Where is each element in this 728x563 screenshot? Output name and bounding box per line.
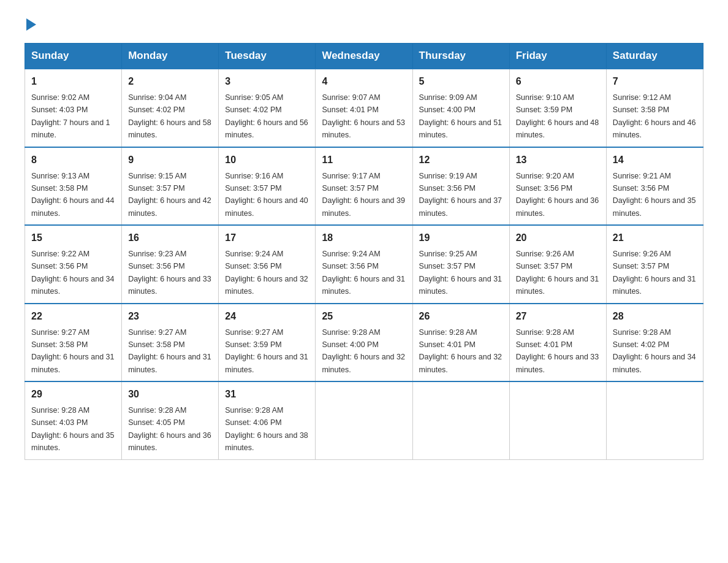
calendar-cell: 2Sunrise: 9:04 AMSunset: 4:02 PMDaylight… [122, 69, 219, 147]
calendar-cell: 5Sunrise: 9:09 AMSunset: 4:00 PMDaylight… [412, 69, 509, 147]
day-number: 1 [31, 74, 115, 89]
calendar-cell: 9Sunrise: 9:15 AMSunset: 3:57 PMDaylight… [122, 147, 219, 226]
day-info: Sunrise: 9:28 AMSunset: 4:03 PMDaylight:… [31, 406, 115, 452]
day-number: 29 [31, 387, 115, 402]
calendar-cell: 24Sunrise: 9:27 AMSunset: 3:59 PMDayligh… [219, 304, 316, 382]
day-number: 24 [225, 309, 309, 324]
day-info: Sunrise: 9:04 AMSunset: 4:02 PMDaylight:… [128, 93, 211, 139]
day-number: 8 [31, 153, 115, 167]
calendar-table: SundayMondayTuesdayWednesdayThursdayFrid… [25, 43, 703, 460]
calendar-cell: 20Sunrise: 9:26 AMSunset: 3:57 PMDayligh… [509, 225, 606, 304]
day-info: Sunrise: 9:24 AMSunset: 3:56 PMDaylight:… [225, 250, 308, 296]
calendar-cell: 27Sunrise: 9:28 AMSunset: 4:01 PMDayligh… [509, 304, 606, 382]
day-info: Sunrise: 9:16 AMSunset: 3:57 PMDaylight:… [225, 172, 308, 218]
calendar-cell: 22Sunrise: 9:27 AMSunset: 3:58 PMDayligh… [25, 304, 122, 382]
day-number: 28 [613, 309, 697, 324]
day-info: Sunrise: 9:25 AMSunset: 3:57 PMDaylight:… [419, 250, 502, 296]
day-number: 13 [516, 153, 600, 167]
day-info: Sunrise: 9:28 AMSunset: 4:05 PMDaylight:… [128, 406, 211, 452]
day-info: Sunrise: 9:12 AMSunset: 3:58 PMDaylight:… [613, 93, 696, 139]
calendar-cell: 8Sunrise: 9:13 AMSunset: 3:58 PMDaylight… [25, 147, 122, 226]
day-info: Sunrise: 9:28 AMSunset: 4:00 PMDaylight:… [322, 328, 405, 374]
day-number: 3 [225, 74, 309, 89]
day-number: 27 [516, 309, 600, 324]
calendar-week-row: 15Sunrise: 9:22 AMSunset: 3:56 PMDayligh… [25, 225, 703, 304]
calendar-cell [316, 381, 412, 459]
day-info: Sunrise: 9:22 AMSunset: 3:56 PMDaylight:… [31, 250, 115, 296]
day-number: 16 [128, 231, 212, 245]
day-info: Sunrise: 9:07 AMSunset: 4:01 PMDaylight:… [322, 93, 405, 139]
day-info: Sunrise: 9:28 AMSunset: 4:06 PMDaylight:… [225, 406, 308, 452]
calendar-cell: 30Sunrise: 9:28 AMSunset: 4:05 PMDayligh… [122, 381, 219, 459]
calendar-header-wednesday: Wednesday [316, 44, 412, 69]
calendar-header-thursday: Thursday [412, 44, 509, 69]
day-number: 19 [419, 231, 503, 245]
day-info: Sunrise: 9:28 AMSunset: 4:02 PMDaylight:… [613, 328, 696, 374]
day-info: Sunrise: 9:26 AMSunset: 3:57 PMDaylight:… [516, 250, 599, 296]
calendar-cell: 28Sunrise: 9:28 AMSunset: 4:02 PMDayligh… [606, 304, 703, 382]
day-number: 4 [322, 74, 406, 89]
day-info: Sunrise: 9:02 AMSunset: 4:03 PMDaylight:… [31, 93, 110, 139]
calendar-cell: 29Sunrise: 9:28 AMSunset: 4:03 PMDayligh… [25, 381, 122, 459]
calendar-cell: 12Sunrise: 9:19 AMSunset: 3:56 PMDayligh… [412, 147, 509, 226]
calendar-cell: 4Sunrise: 9:07 AMSunset: 4:01 PMDaylight… [316, 69, 412, 147]
calendar-cell [606, 381, 703, 459]
day-number: 9 [128, 153, 212, 167]
day-number: 25 [322, 309, 406, 324]
day-info: Sunrise: 9:27 AMSunset: 3:58 PMDaylight:… [128, 328, 211, 374]
day-info: Sunrise: 9:28 AMSunset: 4:01 PMDaylight:… [516, 328, 599, 374]
calendar-cell: 18Sunrise: 9:24 AMSunset: 3:56 PMDayligh… [316, 225, 412, 304]
calendar-cell: 15Sunrise: 9:22 AMSunset: 3:56 PMDayligh… [25, 225, 122, 304]
day-number: 14 [613, 153, 697, 167]
day-info: Sunrise: 9:10 AMSunset: 3:59 PMDaylight:… [516, 93, 599, 139]
calendar-header-row: SundayMondayTuesdayWednesdayThursdayFrid… [25, 44, 703, 69]
calendar-header-friday: Friday [509, 44, 606, 69]
calendar-cell: 19Sunrise: 9:25 AMSunset: 3:57 PMDayligh… [412, 225, 509, 304]
day-info: Sunrise: 9:09 AMSunset: 4:00 PMDaylight:… [419, 93, 502, 139]
day-info: Sunrise: 9:28 AMSunset: 4:01 PMDaylight:… [419, 328, 502, 374]
day-info: Sunrise: 9:21 AMSunset: 3:56 PMDaylight:… [613, 172, 696, 218]
page-header [25, 18, 703, 31]
calendar-header-sunday: Sunday [25, 44, 122, 69]
calendar-cell: 16Sunrise: 9:23 AMSunset: 3:56 PMDayligh… [122, 225, 219, 304]
day-number: 11 [322, 153, 406, 167]
calendar-cell: 23Sunrise: 9:27 AMSunset: 3:58 PMDayligh… [122, 304, 219, 382]
day-number: 26 [419, 309, 503, 324]
day-number: 5 [419, 74, 503, 89]
calendar-week-row: 8Sunrise: 9:13 AMSunset: 3:58 PMDaylight… [25, 147, 703, 226]
calendar-cell: 14Sunrise: 9:21 AMSunset: 3:56 PMDayligh… [606, 147, 703, 226]
day-number: 18 [322, 231, 406, 245]
day-info: Sunrise: 9:17 AMSunset: 3:57 PMDaylight:… [322, 172, 405, 218]
calendar-cell: 11Sunrise: 9:17 AMSunset: 3:57 PMDayligh… [316, 147, 412, 226]
calendar-cell: 3Sunrise: 9:05 AMSunset: 4:02 PMDaylight… [219, 69, 316, 147]
day-info: Sunrise: 9:23 AMSunset: 3:56 PMDaylight:… [128, 250, 211, 296]
calendar-cell: 26Sunrise: 9:28 AMSunset: 4:01 PMDayligh… [412, 304, 509, 382]
day-info: Sunrise: 9:13 AMSunset: 3:58 PMDaylight:… [31, 172, 115, 218]
day-info: Sunrise: 9:27 AMSunset: 3:58 PMDaylight:… [31, 328, 115, 374]
calendar-cell: 6Sunrise: 9:10 AMSunset: 3:59 PMDaylight… [509, 69, 606, 147]
day-info: Sunrise: 9:15 AMSunset: 3:57 PMDaylight:… [128, 172, 211, 218]
logo [25, 18, 36, 31]
day-number: 30 [128, 387, 212, 402]
day-number: 23 [128, 309, 212, 324]
day-info: Sunrise: 9:26 AMSunset: 3:57 PMDaylight:… [613, 250, 696, 296]
day-info: Sunrise: 9:27 AMSunset: 3:59 PMDaylight:… [225, 328, 308, 374]
day-number: 20 [516, 231, 600, 245]
day-number: 15 [31, 231, 115, 245]
calendar-header-saturday: Saturday [606, 44, 703, 69]
calendar-cell [509, 381, 606, 459]
calendar-week-row: 1Sunrise: 9:02 AMSunset: 4:03 PMDaylight… [25, 69, 703, 147]
day-number: 7 [613, 74, 697, 89]
calendar-cell: 31Sunrise: 9:28 AMSunset: 4:06 PMDayligh… [219, 381, 316, 459]
day-number: 21 [613, 231, 697, 245]
day-info: Sunrise: 9:19 AMSunset: 3:56 PMDaylight:… [419, 172, 502, 218]
day-number: 31 [225, 387, 309, 402]
calendar-cell: 1Sunrise: 9:02 AMSunset: 4:03 PMDaylight… [25, 69, 122, 147]
calendar-cell: 13Sunrise: 9:20 AMSunset: 3:56 PMDayligh… [509, 147, 606, 226]
day-number: 2 [128, 74, 212, 89]
calendar-cell: 25Sunrise: 9:28 AMSunset: 4:00 PMDayligh… [316, 304, 412, 382]
calendar-week-row: 22Sunrise: 9:27 AMSunset: 3:58 PMDayligh… [25, 304, 703, 382]
calendar-cell: 17Sunrise: 9:24 AMSunset: 3:56 PMDayligh… [219, 225, 316, 304]
day-number: 6 [516, 74, 600, 89]
calendar-header-monday: Monday [122, 44, 219, 69]
